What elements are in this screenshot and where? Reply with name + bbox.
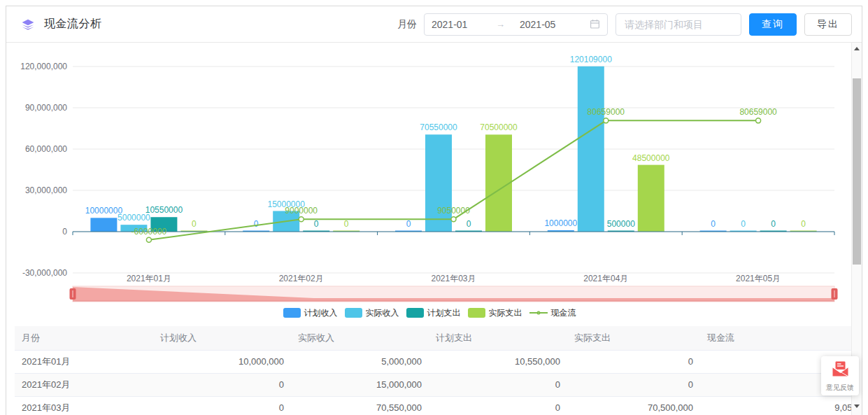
cell-实际收入: 5,000,000 (291, 350, 429, 373)
legend-item-计划支出[interactable]: 计划支出 (406, 307, 461, 319)
x-axis-label: 2021年05月 (736, 274, 781, 283)
x-axis-label: 2021年02月 (279, 274, 324, 283)
feedback-envelope-icon (831, 360, 850, 381)
legend-line-icon (529, 312, 548, 314)
cashflow-chart[interactable]: 120,000,00090,000,00060,000,00030,000,00… (6, 6, 853, 303)
line-value-label: 9050000 (437, 206, 470, 216)
line-point (146, 237, 151, 242)
cell-计划收入: 0 (153, 396, 291, 415)
legend-item-计划收入[interactable]: 计划收入 (283, 307, 338, 319)
column-header-现金流: 现金流 (700, 326, 853, 350)
bar-value-label: 70550000 (420, 122, 457, 132)
bar-value-label: 0 (467, 219, 471, 229)
bar-value-label: 120109000 (570, 55, 612, 64)
cell-月份: 2021年03月 (15, 396, 153, 415)
cell-实际支出: 0 (567, 350, 700, 373)
y-axis-tick-label: 90,000,000 (25, 103, 67, 113)
bar-value-label: 0 (344, 219, 349, 229)
legend-label: 实际支出 (489, 307, 522, 319)
cashflow-table: 月份计划收入实际收入计划支出实际支出现金流 2021年01月10,000,000… (15, 326, 853, 415)
cashflow-table-wrap: 月份计划收入实际收入计划支出实际支出现金流 2021年01月10,000,000… (6, 326, 853, 415)
date-start-input[interactable]: 2021-01 (432, 19, 496, 30)
app-header: 现金流分析 月份 2021-01 → 2021-05 查询 导出 (6, 6, 862, 43)
line-point (756, 118, 761, 123)
line-value-label: 80659000 (588, 107, 625, 117)
legend-item-实际支出[interactable]: 实际支出 (468, 307, 522, 319)
cell-实际支出: 70,500,000 (567, 396, 700, 415)
bar-实际收入 (425, 134, 452, 232)
scroll-down-button[interactable] (852, 400, 862, 412)
department-project-input[interactable] (616, 13, 741, 36)
table-row: 2021年03月070,550,000070,500,0009,050,000 (15, 396, 853, 415)
layers-logo-icon (20, 17, 36, 32)
feedback-badge[interactable]: 意见反馈 (821, 356, 859, 395)
bar-value-label: 0 (801, 219, 806, 229)
legend-swatch-icon (468, 308, 485, 318)
scroll-up-icon (854, 47, 860, 50)
date-range-picker[interactable]: 2021-01 → 2021-05 (424, 13, 608, 36)
page-title: 现金流分析 (44, 17, 102, 31)
column-header-计划收入: 计划收入 (153, 326, 291, 350)
bar-value-label: 500000 (607, 219, 635, 229)
column-header-实际支出: 实际支出 (567, 326, 700, 350)
query-button[interactable]: 查询 (749, 13, 797, 36)
calendar-icon (590, 19, 600, 29)
date-end-input[interactable]: 2021-05 (520, 19, 584, 30)
table-row: 2021年02月015,000,000009,000,000 (15, 373, 853, 396)
bar-value-label: 1000000 (544, 218, 577, 228)
month-field-label: 月份 (397, 18, 417, 31)
legend-label: 现金流 (551, 307, 576, 319)
bar-value-label: 10550000 (145, 205, 183, 215)
cell-实际收入: 70,550,000 (291, 396, 429, 415)
column-header-月份: 月份 (15, 326, 153, 350)
cell-计划收入: 10,000,000 (153, 350, 291, 373)
chart-legend: 计划收入实际收入计划支出实际支出现金流 (6, 306, 853, 320)
bar-实际支出 (638, 165, 664, 232)
line-value-label: 80659000 (739, 107, 777, 117)
line-value-label: 9000000 (285, 206, 318, 216)
bar-value-label: 0 (314, 219, 319, 229)
table-header-row: 月份计划收入实际收入计划支出实际支出现金流 (15, 326, 853, 350)
bar-value-label: 70500000 (480, 122, 518, 132)
cell-计划收入: 0 (153, 373, 291, 396)
scroll-down-icon (854, 405, 860, 408)
legend-label: 计划支出 (427, 307, 461, 319)
y-axis-tick-label: 30,000,000 (25, 185, 67, 195)
bar-value-label: 0 (254, 219, 259, 229)
bar-value-label: 48500000 (632, 153, 670, 163)
y-axis-tick-label: -30,000,000 (22, 268, 67, 278)
x-axis-label: 2021年01月 (127, 274, 171, 283)
line-value-label: -6000000 (131, 227, 167, 237)
cell-月份: 2021年01月 (15, 350, 153, 373)
bar-value-label: 0 (192, 219, 197, 229)
date-range-arrow: → (496, 19, 520, 29)
y-axis-tick-label: 60,000,000 (25, 144, 67, 154)
cell-计划支出: 10,550,000 (429, 350, 567, 373)
scroll-up-button[interactable] (852, 43, 862, 54)
legend-item-现金流[interactable]: 现金流 (529, 307, 576, 319)
bar-实际收入 (578, 66, 604, 232)
legend-label: 计划收入 (304, 307, 338, 319)
cell-现金流: 9,050,000 (700, 396, 853, 415)
y-axis-tick-label: 0 (62, 227, 67, 237)
cell-计划支出: 0 (429, 396, 567, 415)
scrollbar-thumb[interactable] (853, 78, 861, 265)
export-button[interactable]: 导出 (804, 13, 852, 36)
cell-月份: 2021年02月 (15, 373, 153, 396)
column-header-计划支出: 计划支出 (429, 326, 567, 350)
column-header-实际收入: 实际收入 (291, 326, 429, 350)
cell-实际支出: 0 (567, 373, 700, 396)
cell-实际收入: 15,000,000 (291, 373, 429, 396)
legend-item-实际收入[interactable]: 实际收入 (345, 307, 399, 319)
table-row: 2021年01月10,000,0005,000,00010,550,0000-6… (15, 350, 853, 373)
legend-swatch-icon (345, 308, 362, 318)
bar-value-label: 0 (711, 219, 716, 229)
legend-label: 实际收入 (366, 307, 399, 319)
line-point (451, 217, 456, 222)
bar-value-label: 0 (406, 219, 411, 229)
legend-swatch-icon (406, 308, 424, 318)
bar-value-label: 0 (771, 219, 776, 229)
bar-计划收入 (90, 218, 117, 232)
line-point (299, 217, 304, 222)
bar-value-label: 0 (741, 219, 746, 229)
